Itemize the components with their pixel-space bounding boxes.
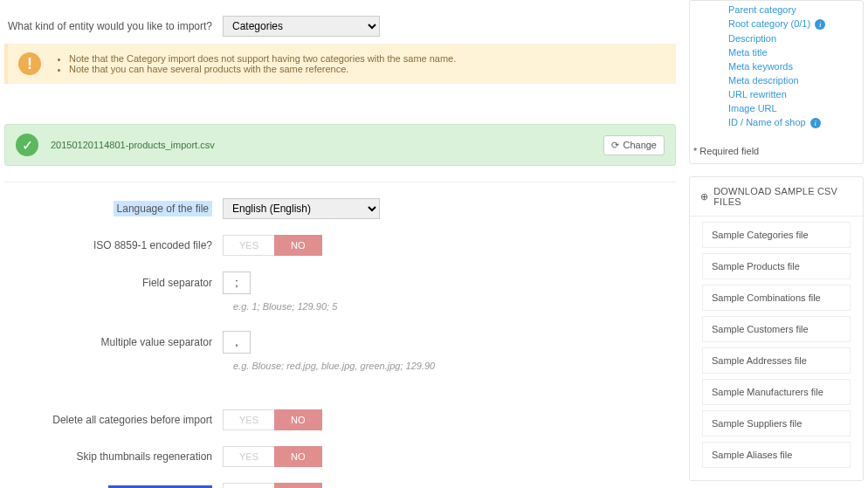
field-sep-input[interactable] [223,271,251,294]
sample-file-link[interactable]: Sample Suppliers file [702,410,851,436]
iso-no[interactable]: NO [274,235,322,256]
refresh-icon: ⟳ [611,140,619,151]
sample-file-link[interactable]: Sample Aliases file [702,442,851,468]
sample-file-link[interactable]: Sample Addresses file [702,347,851,374]
skip-yes[interactable]: YES [223,446,274,467]
success-alert: ✓ 20150120114801-products_import.csv ⟳ C… [4,124,676,166]
available-fields-panel: Parent category Root category (0/1) iDes… [689,0,864,164]
field-link[interactable]: URL rewritten [690,87,863,101]
field-link[interactable]: Meta description [690,73,863,87]
download-panel-heading: ⊕ DOWNLOAD SAMPLE CSV FILES [690,177,863,217]
field-sep-label: Field separator [4,277,223,289]
warning-note-1: Note that the Category import does not s… [69,53,456,64]
required-field-note: * Required field [690,139,863,163]
sample-file-link[interactable]: Sample Customers file [702,316,851,342]
sample-file-link[interactable]: Sample Manufacturers file [702,379,851,405]
field-link[interactable]: Parent category [690,3,863,17]
skip-no[interactable]: NO [274,446,322,467]
info-icon: i [815,19,825,30]
field-link[interactable]: ID / Name of shop i [690,115,863,130]
skip-toggle[interactable]: YES NO [223,446,322,467]
field-link[interactable]: Image URL [690,101,863,115]
delete-toggle[interactable]: YES NO [223,409,322,430]
sample-file-link[interactable]: Sample Categories file [702,222,851,248]
download-samples-panel: ⊕ DOWNLOAD SAMPLE CSV FILES Sample Categ… [689,176,864,481]
force-id-no[interactable]: NO [274,483,322,488]
field-link[interactable]: Description [690,31,863,45]
check-icon: ✓ [16,134,38,156]
language-label: Language of the file [4,203,223,215]
delete-label: Delete all categories before import [4,414,223,426]
entity-label: What kind of entity would you like to im… [4,20,223,32]
multi-sep-hint: e.g. Blouse; red.jpg, blue.jpg, green.jp… [233,361,676,371]
sample-file-link[interactable]: Sample Combinations file [702,285,851,311]
warning-alert: ! Note that the Category import does not… [4,44,676,84]
delete-no[interactable]: NO [274,409,322,430]
uploaded-filename: 20150120114801-products_import.csv [51,140,591,150]
separator [4,182,676,182]
iso-label: ISO 8859-1 encoded file? [4,239,223,251]
iso-yes[interactable]: YES [223,235,274,256]
field-link[interactable]: Meta keywords [690,59,863,73]
language-select[interactable]: English (English) [223,198,380,219]
force-id-toggle[interactable]: YES NO [223,483,322,488]
skip-label: Skip thumbnails regeneration [4,450,223,463]
iso-toggle[interactable]: YES NO [223,235,322,256]
multi-sep-input[interactable] [223,331,251,354]
info-icon: i [810,118,821,128]
field-link[interactable]: Meta title [690,45,863,59]
force-id-yes[interactable]: YES [223,483,274,488]
warning-note-2: Note that you can have several products … [69,64,456,74]
multi-sep-label: Multiple value separator [4,336,223,348]
download-icon: ⊕ [700,191,708,203]
warning-icon: ! [18,52,41,75]
sample-file-link[interactable]: Sample Products file [702,253,851,279]
delete-yes[interactable]: YES [223,409,274,430]
entity-select[interactable]: Categories [223,16,380,37]
change-button[interactable]: ⟳ Change [603,135,665,155]
field-link[interactable]: Root category (0/1) i [690,17,863,31]
field-sep-hint: e.g. 1; Blouse; 129.90; 5 [233,301,676,312]
